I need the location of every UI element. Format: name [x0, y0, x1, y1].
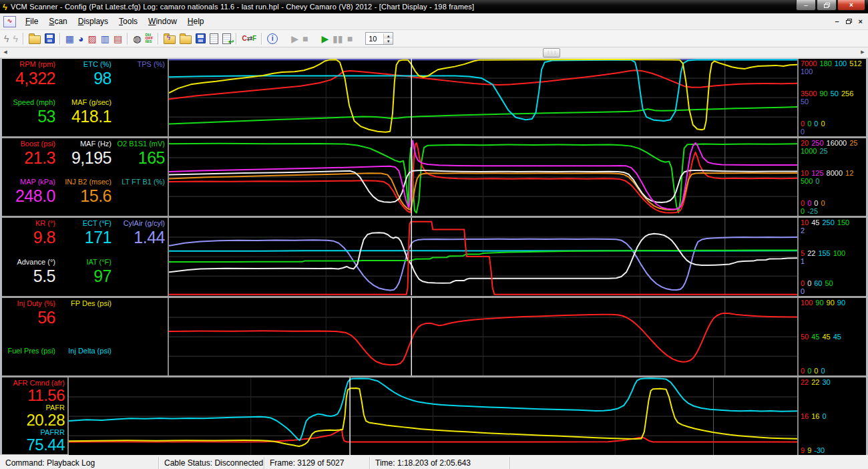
param-value-advance: 5.5 [2, 267, 55, 285]
status-item-3: Time: 1:18.203 of 2:05.643 [370, 457, 510, 469]
panel-1-plot[interactable] [169, 59, 797, 136]
param-value-kr: 9.8 [2, 228, 55, 247]
param-label-map-kpa: MAP (kPa) [2, 178, 55, 186]
panel-5-plot[interactable] [69, 377, 797, 455]
axis-value: 45 [833, 333, 841, 341]
axis-line: 100909090 [801, 299, 866, 307]
scroll-right-arrow-icon[interactable]: ▶ [858, 48, 867, 56]
open-log-fast-icon[interactable]: ϟ [164, 35, 176, 44]
param-cell: Inj Duty (%)56 [2, 299, 57, 347]
chart-display-icon[interactable]: ▨ [88, 34, 97, 43]
axis-value: 1000 [801, 147, 817, 155]
axis-line: 100025 [801, 147, 866, 155]
frame-skip-spinner[interactable]: 10▲▼ [365, 32, 393, 45]
child-minimize-button[interactable]: – [835, 17, 839, 25]
axis-top-labels: 222230 [801, 378, 866, 386]
axis-value: 90 [827, 299, 835, 307]
info-icon[interactable]: i [267, 33, 278, 44]
axis-value: 16 [801, 412, 809, 420]
param-label-boost-psi: Boost (psi) [2, 140, 55, 148]
close-button[interactable]: × [837, 0, 865, 11]
param-value-maf-g-sec: 418.1 [57, 107, 112, 126]
spinner-down-icon[interactable]: ▼ [384, 39, 393, 44]
stop-inactive-icon[interactable]: ■ [302, 34, 308, 43]
panel-2-params: Boost (psi)21.3MAF (Hz)9,195O2 B1S1 (mV)… [2, 138, 169, 216]
menu-file[interactable]: File [20, 15, 43, 28]
param-label-maf-g-sec: MAF (g/sec) [57, 98, 112, 107]
play-icon[interactable]: ▶ [321, 34, 329, 43]
save-config-icon[interactable] [45, 33, 55, 43]
minimize-button[interactable]: – [796, 0, 816, 11]
open-log-icon[interactable] [180, 35, 192, 44]
connect-icon[interactable]: ϟ [4, 34, 9, 43]
open-config-icon[interactable] [29, 35, 41, 44]
gauge-display-icon[interactable]: ▦ [65, 34, 74, 43]
log-file-icon[interactable] [210, 33, 218, 44]
axis-value: 100 [801, 67, 813, 75]
child-restore-button[interactable] [846, 19, 852, 24]
axis-value: 0 [823, 412, 827, 420]
menu-displays[interactable]: Displays [73, 15, 114, 28]
scroll-left-arrow-icon[interactable]: ◀ [1, 48, 10, 56]
menu-help[interactable]: Help [182, 15, 210, 28]
toolbar: ϟϟ▦◕▨▥▤◍DHOFFIBSϟ↩C⇄Fi▶■▶▮▮■10▲▼ [0, 30, 868, 47]
dtc-display-icon[interactable]: ▤ [114, 34, 122, 43]
axis-line: 99-30 [801, 446, 866, 454]
axis-line: 10125800012 [801, 169, 866, 177]
axis-value: 256 [841, 90, 853, 98]
param-cell: MAF (g/sec)418.1 [57, 98, 113, 136]
param-value-maf-hz: 9,195 [57, 148, 112, 167]
axis-mid-labels: 3500905025650 [801, 90, 866, 106]
menu-tools[interactable]: Tools [114, 15, 143, 28]
table-display-icon[interactable]: ▥ [101, 34, 110, 43]
axis-value: 0 [821, 367, 825, 375]
scrollbar-thumb[interactable] [543, 48, 560, 57]
pause-icon[interactable]: ▮▮ [333, 34, 343, 43]
panel-2-plot[interactable] [169, 138, 797, 216]
param-value-o2-b1s1-mv: 165 [113, 148, 165, 167]
restore-button[interactable] [817, 0, 837, 11]
engine-icon[interactable]: ◍ [133, 34, 141, 43]
save-log-icon[interactable] [196, 33, 206, 43]
spinner-up-icon[interactable]: ▲ [384, 33, 393, 39]
export-log-icon-arrow: ↩ [228, 38, 234, 45]
axis-value: 0 [821, 120, 825, 128]
axis-value: 25 [819, 147, 827, 155]
axis-line: 0-25 [801, 207, 866, 215]
axis-line: 0 [801, 128, 866, 136]
axis-value: 22 [807, 249, 815, 257]
axis-value: 12 [845, 169, 853, 177]
poll-icon[interactable]: ϟ [13, 34, 17, 43]
dial-display-icon[interactable]: ◕ [78, 34, 83, 43]
panel-5: AFR Cmnd (afr)11.56PAFR20.28PAFRR75.4422… [2, 377, 866, 455]
dtc-onoff-icon[interactable]: DHOFFIBS [145, 33, 153, 43]
panel-1-params: RPM (rpm)4,322ETC (%)98TPS (%)Speed (mph… [2, 59, 169, 136]
menu-window[interactable]: Window [143, 15, 182, 28]
param-label-fuel-pres-psi: Fuel Pres (psi) [2, 347, 55, 355]
axis-line: 0000 [801, 120, 866, 128]
param-label-o2-b1s1-mv: O2 B1S1 (mV) [113, 140, 165, 148]
child-close-button[interactable]: × [859, 17, 863, 25]
panel-4-axis: 100909090504545450000 [797, 298, 866, 375]
stop-icon[interactable]: ■ [347, 34, 353, 43]
axis-value: 50 [825, 279, 833, 287]
param-value-boost-psi: 21.3 [2, 148, 55, 167]
chart-display-area: RPM (rpm)4,322ETC (%)98TPS (%)Speed (mph… [0, 58, 868, 454]
panel-3-plot[interactable] [169, 218, 797, 295]
panel-5-axis: 2222301616099-30 [797, 377, 866, 455]
play-inactive-icon[interactable]: ▶ [291, 34, 298, 43]
menu-scan[interactable]: Scan [43, 15, 72, 28]
axis-value: 125 [811, 169, 823, 177]
axis-top-labels: 202501600025100025 [801, 139, 866, 155]
export-log-icon[interactable]: ↩ [222, 33, 231, 44]
param-value-inj-b2-msec: 15.6 [57, 186, 112, 205]
param-cell [113, 299, 166, 347]
playback-scrollbar[interactable]: ◀ ▶ [0, 47, 868, 58]
cf-tool-icon[interactable]: C⇄F [242, 35, 256, 42]
param-value-map-kpa: 248.0 [2, 186, 55, 205]
panel-3-axis: 1045250150252215510010060500 [797, 218, 866, 295]
param-label-maf-hz: MAF (Hz) [57, 140, 112, 148]
panel-4-plot[interactable] [169, 298, 797, 375]
param-cell [113, 258, 166, 296]
axis-value: 50 [801, 333, 809, 341]
